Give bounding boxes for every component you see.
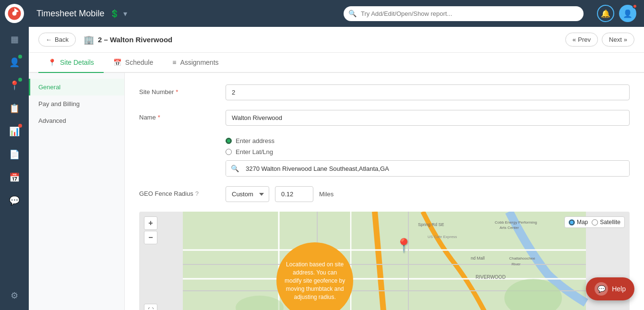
app-title: Timesheet Mobile: [36, 9, 104, 19]
schedule-icon: 📅: [113, 59, 121, 66]
help-button[interactable]: 💬 Help: [586, 277, 634, 300]
left-nav-general[interactable]: General: [29, 79, 124, 95]
tab-schedule[interactable]: 📅 Schedule: [104, 53, 163, 73]
prev-icon: «: [572, 36, 576, 43]
enter-address-radio[interactable]: [226, 138, 232, 144]
zoom-in-button[interactable]: +: [144, 216, 157, 230]
search-input[interactable]: [344, 6, 584, 21]
users-icon: 👤: [9, 57, 20, 68]
prev-button[interactable]: « Prev: [565, 33, 598, 47]
site-number-row: Site Number *: [139, 84, 630, 100]
clipboard-icon: 📋: [9, 103, 20, 114]
next-icon: »: [624, 36, 627, 43]
svg-text:River: River: [512, 262, 521, 266]
svg-text:nd Mall: nd Mall: [471, 256, 485, 261]
map-type-map[interactable]: Map: [569, 219, 588, 226]
svg-point-1: [12, 12, 17, 16]
address-input[interactable]: [244, 161, 629, 176]
name-row: Name *: [139, 110, 630, 126]
notifications-button[interactable]: 🔔: [597, 5, 614, 22]
sidebar-item-documents[interactable]: 📄: [4, 144, 25, 165]
next-label: Next: [609, 36, 622, 43]
tab-assignments[interactable]: ≡ Assignments: [163, 53, 228, 73]
calendar-icon: 📅: [9, 172, 20, 183]
geo-controls: Custom Small Medium Large Miles: [226, 186, 630, 202]
left-nav-advanced[interactable]: Advanced: [29, 112, 124, 129]
back-arrow-icon: ←: [46, 36, 52, 43]
map-type-satellite[interactable]: Satellite: [592, 219, 620, 226]
content-area: ← Back 🏢 2 – Walton Riverwood « Prev Nex…: [29, 27, 644, 310]
svg-text:RIVERWOOD: RIVERWOOD: [476, 274, 506, 280]
name-input[interactable]: [226, 110, 630, 126]
avatar-button[interactable]: 👤: [619, 5, 636, 22]
sidebar-item-settings[interactable]: ⚙: [4, 285, 25, 306]
location-icon: 📍: [9, 80, 20, 91]
geo-help-icon[interactable]: ?: [195, 190, 199, 197]
geo-radius-input[interactable]: [275, 186, 313, 202]
messages-icon: 💬: [9, 195, 20, 206]
map-type-satellite-label: Satellite: [600, 219, 620, 226]
sidebar-item-dashboard[interactable]: ▦: [4, 29, 25, 50]
tab-site-details[interactable]: 📍 Site Details: [38, 53, 104, 73]
address-row: Enter address Enter Lat/Lng 🔍: [139, 135, 630, 177]
site-details-icon: 📍: [48, 59, 56, 66]
sidebar-item-users[interactable]: 👤: [4, 52, 25, 73]
address-radio-group: Enter address Enter Lat/Lng: [226, 135, 630, 155]
enter-latlng-option[interactable]: Enter Lat/Lng: [226, 148, 630, 155]
reports-badge: [18, 124, 22, 128]
svg-text:US Cafe Express: US Cafe Express: [428, 235, 457, 239]
map-container: Spring Rd SE US Cafe Express Cobb Energy…: [139, 212, 630, 310]
tab-schedule-label: Schedule: [125, 59, 153, 66]
topbar-icons: 💲 ▾: [110, 9, 127, 18]
tab-assignments-label: Assignments: [180, 59, 218, 66]
tabs: 📍 Site Details 📅 Schedule ≡ Assignments: [29, 53, 644, 73]
sidebar-item-clipboard[interactable]: 📋: [4, 98, 25, 119]
dashboard-icon: ▦: [11, 34, 19, 45]
breadcrumb: 🏢 2 – Walton Riverwood: [83, 35, 172, 45]
enter-latlng-radio[interactable]: [226, 149, 232, 155]
address-input-wrap: 🔍: [226, 160, 630, 177]
search-area: 🔍: [344, 6, 584, 21]
sidebar-item-location[interactable]: 📍: [4, 75, 25, 96]
map-zoom-controls: + −: [144, 216, 157, 244]
map-type-map-radio[interactable]: [569, 219, 575, 226]
sidebar: ▦ 👤 📍 📋 📊 📄 📅 💬 ⚙: [0, 0, 29, 310]
sidebar-item-calendar[interactable]: 📅: [4, 167, 25, 188]
map-pin[interactable]: 📍: [395, 238, 412, 253]
left-navigation: General Pay and Billing Advanced: [29, 73, 125, 310]
settings-icon: ⚙: [11, 290, 18, 301]
main-area: Timesheet Mobile 💲 ▾ 🔍 🔔 👤: [29, 0, 644, 310]
name-required-marker: *: [158, 114, 160, 121]
sub-header: ← Back 🏢 2 – Walton Riverwood « Prev Nex…: [29, 27, 644, 53]
users-badge: [18, 55, 22, 59]
pagination-buttons: « Prev Next »: [565, 33, 634, 47]
left-nav-pay-billing[interactable]: Pay and Billing: [29, 95, 124, 112]
map-fullscreen-button[interactable]: ⛶: [144, 304, 157, 310]
address-spacer: [139, 135, 216, 139]
map-type-satellite-radio[interactable]: [592, 219, 598, 226]
documents-icon: 📄: [9, 149, 20, 160]
back-label: Back: [55, 36, 69, 43]
dollar-icon: 💲: [110, 9, 119, 18]
sidebar-item-messages[interactable]: 💬: [4, 190, 25, 211]
sidebar-item-reports[interactable]: 📊: [4, 121, 25, 142]
back-button[interactable]: ← Back: [38, 33, 76, 47]
svg-text:Cobb Energy Performing: Cobb Energy Performing: [495, 220, 537, 225]
assignments-icon: ≡: [172, 59, 176, 66]
geo-type-select[interactable]: Custom Small Medium Large: [226, 186, 269, 202]
next-button[interactable]: Next »: [602, 33, 634, 47]
chevron-down-icon[interactable]: ▾: [123, 9, 127, 18]
geo-unit-label: Miles: [319, 191, 334, 198]
enter-address-option[interactable]: Enter address: [226, 137, 630, 144]
site-number-input[interactable]: [226, 84, 630, 100]
fullscreen-icon: ⛶: [148, 307, 154, 310]
user-avatar-icon: 👤: [623, 9, 632, 18]
zoom-out-button[interactable]: −: [144, 231, 157, 244]
help-label: Help: [612, 285, 626, 293]
avatar-badge: [632, 4, 637, 9]
required-marker: *: [176, 88, 178, 95]
search-icon: 🔍: [348, 10, 357, 17]
geo-fence-row: GEO Fence Radius ? Custom Small Medium L…: [139, 186, 630, 202]
svg-text:Spring Rd SE: Spring Rd SE: [418, 222, 444, 227]
svg-text:Arts Center: Arts Center: [500, 226, 519, 230]
